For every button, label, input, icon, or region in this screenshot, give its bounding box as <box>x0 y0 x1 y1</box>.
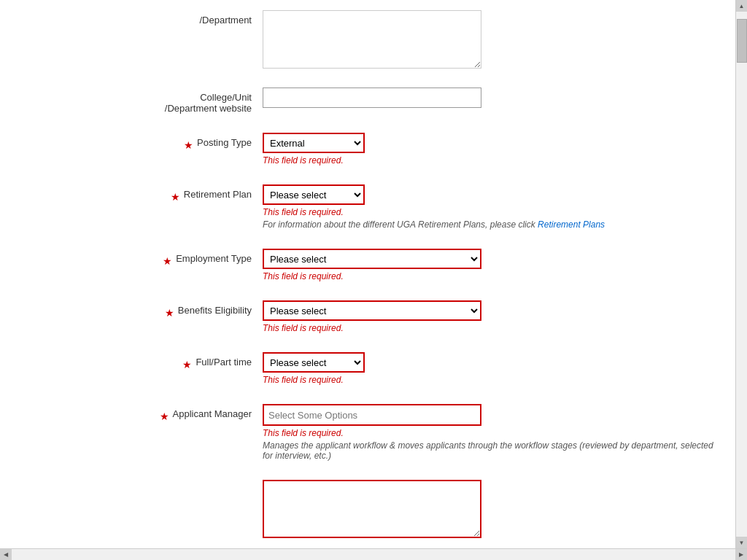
applicant-manager-row: ★ Applicant Manager This field is requir… <box>15 401 721 464</box>
page-wrapper: /Department College/Unit /Department web… <box>0 0 747 560</box>
work-schedule-textarea[interactable] <box>263 480 481 538</box>
retirement-plan-field-col: Please select This field is required. Fo… <box>263 184 721 230</box>
posting-type-label-col: ★ Posting Type <box>15 133 263 150</box>
department-label-col: /Department <box>15 10 263 26</box>
retirement-plan-select[interactable]: Please select <box>263 184 365 205</box>
employment-type-label: Employment Type <box>176 253 252 264</box>
applicant-manager-info: Manages the applicant workflow & moves a… <box>263 440 721 461</box>
applicant-manager-required-star: ★ <box>160 408 169 421</box>
scrollbar-track <box>736 12 747 537</box>
retirement-plan-label-col: ★ Retirement Plan <box>15 184 263 202</box>
posting-type-field-col: External Internal Both This field is req… <box>263 133 721 166</box>
department-textarea[interactable] <box>263 10 481 69</box>
scrollbar-up-arrow[interactable]: ▲ <box>736 0 748 12</box>
posting-type-select[interactable]: External Internal Both <box>263 133 365 153</box>
benefits-eligibility-required-star: ★ <box>165 305 174 318</box>
applicant-manager-label: Applicant Manager <box>173 408 252 419</box>
applicant-manager-multi-select[interactable] <box>263 404 481 426</box>
work-schedule-label-col <box>15 480 263 484</box>
work-schedule-label-row: Work Schedule (title) <box>15 547 721 548</box>
benefits-eligibility-error: This field is required. <box>263 323 721 333</box>
full-part-time-error: This field is required. <box>263 375 721 385</box>
department-label: /Department <box>199 15 252 26</box>
retirement-plans-link[interactable]: Retirement Plans <box>538 219 605 230</box>
work-schedule-field-col <box>263 480 721 538</box>
scrollbar-left-arrow[interactable]: ◀ <box>0 549 12 561</box>
retirement-plan-label: Retirement Plan <box>184 189 252 200</box>
full-part-time-required-star: ★ <box>182 357 192 370</box>
college-website-row: College/Unit /Department website <box>15 85 721 117</box>
employment-type-field-col: Please select This field is required. <box>263 249 721 281</box>
employment-type-required-star: ★ <box>163 253 172 266</box>
benefits-eligibility-field-col: Please select This field is required. <box>263 300 721 333</box>
form-area: /Department College/Unit /Department web… <box>0 0 735 548</box>
applicant-manager-error: This field is required. <box>263 428 721 438</box>
retirement-plan-required-star: ★ <box>171 189 180 202</box>
employment-type-select[interactable]: Please select <box>263 249 481 269</box>
full-part-time-field-col: Please select This field is required. <box>263 352 721 385</box>
benefits-eligibility-label-col: ★ Benefits Eligibility <box>15 300 263 318</box>
college-website-label-group: College/Unit /Department website <box>165 92 252 114</box>
college-website-field-col <box>263 88 721 108</box>
retirement-plan-info: For information about the different UGA … <box>263 219 721 230</box>
department-field-col <box>263 10 721 69</box>
employment-type-error: This field is required. <box>263 271 721 281</box>
college-website-label-col: College/Unit /Department website <box>15 88 263 114</box>
retirement-plan-error: This field is required. <box>263 207 721 217</box>
main-content: /Department College/Unit /Department web… <box>0 0 747 548</box>
horizontal-scrollbar-track <box>12 549 735 560</box>
retirement-plan-row: ★ Retirement Plan Please select This fie… <box>15 182 721 233</box>
posting-type-error: This field is required. <box>263 155 721 166</box>
applicant-manager-label-col: ★ Applicant Manager <box>15 404 263 421</box>
full-part-time-row: ★ Full/Part time Please select This fiel… <box>15 349 721 388</box>
department-row: /Department <box>15 7 721 71</box>
scrollbar-thumb[interactable] <box>737 19 747 63</box>
scrollbar-right-arrow[interactable]: ▶ <box>735 549 747 561</box>
posting-type-required-star: ★ <box>184 137 193 150</box>
employment-type-row: ★ Employment Type Please select This fie… <box>15 246 721 284</box>
horizontal-scrollbar[interactable]: ◀ ▶ <box>0 548 747 560</box>
benefits-eligibility-row: ★ Benefits Eligibility Please select Thi… <box>15 298 721 336</box>
work-schedule-row <box>15 477 721 541</box>
posting-type-label: Posting Type <box>197 137 252 148</box>
employment-type-label-col: ★ Employment Type <box>15 249 263 266</box>
benefits-eligibility-select[interactable]: Please select <box>263 300 481 321</box>
full-part-time-label-col: ★ Full/Part time <box>15 352 263 370</box>
college-unit-label: College/Unit <box>200 92 252 103</box>
college-website-input[interactable] <box>263 88 481 108</box>
applicant-manager-field-col: This field is required. Manages the appl… <box>263 404 721 461</box>
scrollbar-down-arrow[interactable]: ▼ <box>736 537 748 548</box>
vertical-scrollbar[interactable]: ▲ ▼ <box>735 0 747 548</box>
posting-type-row: ★ Posting Type External Internal Both Th… <box>15 130 721 168</box>
full-part-time-select[interactable]: Please select <box>263 352 365 373</box>
department-website-label: /Department website <box>165 103 252 114</box>
benefits-eligibility-label: Benefits Eligibility <box>178 305 252 316</box>
full-part-time-label: Full/Part time <box>196 357 252 368</box>
